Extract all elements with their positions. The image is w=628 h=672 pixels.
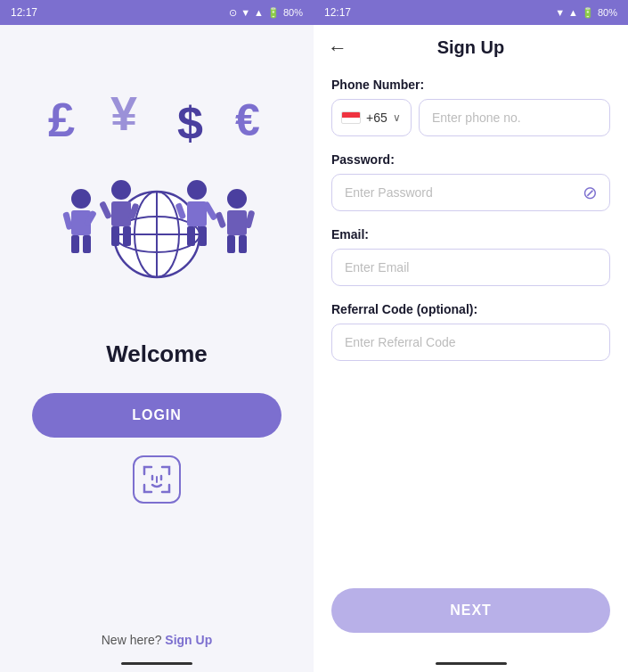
right-header: ← Sign Up: [314, 25, 628, 70]
eye-slash-icon[interactable]: ⊘: [583, 182, 598, 203]
phone-input-row: +65 ∨: [331, 99, 610, 136]
singapore-flag: [341, 111, 361, 124]
right-status-time: 12:17: [324, 6, 351, 19]
svg-rect-13: [83, 235, 91, 253]
email-field-group: Email:: [331, 227, 610, 286]
login-button[interactable]: LOGIN: [32, 393, 281, 438]
svg-rect-18: [111, 226, 119, 246]
svg-text:$: $: [177, 97, 203, 149]
referral-input[interactable]: [331, 324, 610, 361]
phone-input[interactable]: [419, 99, 610, 136]
battery-percent-right: 80%: [598, 7, 617, 18]
svg-rect-24: [187, 226, 195, 246]
svg-rect-25: [199, 226, 207, 246]
wifi-icon-right: ▼: [555, 7, 565, 18]
signup-form: Phone Number: +65 ∨ Password: ⊘ Email:: [314, 70, 628, 672]
svg-text:£: £: [48, 93, 75, 146]
home-indicator-right: [436, 662, 507, 665]
country-selector[interactable]: +65 ∨: [331, 99, 412, 136]
home-indicator-left: [121, 662, 192, 665]
next-button[interactable]: NEXT: [331, 588, 610, 633]
wifi-icon: ▼: [241, 7, 250, 18]
referral-label: Referral Code (optional):: [331, 302, 610, 316]
email-label: Email:: [331, 227, 610, 242]
status-bar-left: 12:17 ⊙ ▼ ▲ 🔋 80%: [0, 0, 314, 25]
battery-percent: 80%: [283, 7, 303, 18]
svg-rect-31: [239, 235, 247, 253]
country-code: +65: [366, 111, 387, 125]
illustration-svg: £ ¥ $ €: [32, 78, 281, 292]
left-status-time: 12:17: [11, 6, 37, 19]
new-here-label: New here?: [102, 633, 162, 647]
password-input[interactable]: [331, 174, 610, 211]
signup-link[interactable]: Sign Up: [165, 633, 212, 647]
svg-rect-20: [99, 201, 112, 219]
right-status-icons: ▼ ▲ 🔋 80%: [555, 7, 617, 19]
referral-field-group: Referral Code (optional):: [331, 302, 610, 361]
email-input[interactable]: [331, 249, 610, 286]
page-title: Sign Up: [437, 37, 505, 58]
password-label: Password:: [331, 152, 610, 167]
welcome-text: Welcome: [106, 340, 208, 368]
illustration: £ ¥ $ €: [32, 78, 281, 319]
back-button[interactable]: ←: [328, 37, 347, 60]
svg-point-28: [227, 189, 247, 209]
password-field-group: Password: ⊘: [331, 152, 610, 211]
status-bar-right: 12:17 ▼ ▲ 🔋 80%: [314, 0, 628, 25]
battery-icon-right: 🔋: [582, 7, 594, 19]
svg-text:€: €: [235, 95, 260, 145]
svg-point-10: [71, 189, 91, 209]
left-panel: 12:17 ⊙ ▼ ▲ 🔋 80% £ ¥ $ €: [0, 0, 314, 672]
svg-rect-29: [227, 210, 247, 235]
instagram-icon: ⊙: [229, 7, 237, 19]
svg-point-22: [187, 180, 207, 200]
signal-icon-right: ▲: [568, 7, 578, 18]
svg-text:¥: ¥: [110, 86, 137, 140]
svg-rect-32: [215, 211, 226, 228]
battery-icon: 🔋: [267, 7, 280, 19]
left-status-icons: ⊙ ▼ ▲ 🔋 80%: [229, 7, 303, 19]
svg-rect-12: [71, 235, 79, 253]
svg-rect-30: [227, 235, 235, 253]
chevron-down-icon: ∨: [393, 111, 401, 124]
phone-field-group: Phone Number: +65 ∨: [331, 78, 610, 136]
svg-point-16: [111, 180, 131, 200]
password-wrapper: ⊘: [331, 174, 610, 211]
svg-rect-17: [111, 201, 131, 226]
signal-icon: ▲: [254, 7, 264, 18]
new-here-text: New here? Sign Up: [102, 633, 212, 647]
phone-label: Phone Number:: [331, 78, 610, 92]
svg-rect-19: [123, 226, 131, 246]
right-panel: 12:17 ▼ ▲ 🔋 80% ← Sign Up Phone Number: …: [314, 0, 628, 672]
face-id-icon: [133, 455, 181, 504]
